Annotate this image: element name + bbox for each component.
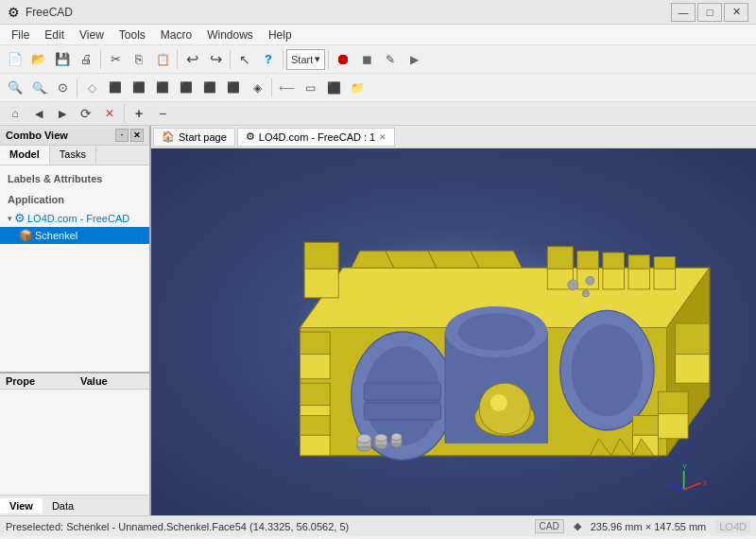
box-selection-button[interactable]: ▭ — [299, 77, 321, 99]
nav-back-button[interactable]: ◀ — [27, 102, 50, 125]
save-button[interactable] — [51, 48, 74, 71]
status-bar: Preselected: Schenkel - Unnamed.Schenkel… — [0, 515, 756, 536]
svg-point-20 — [568, 280, 578, 290]
freecad-view-label: LO4D.com - FreeCAD : 1 — [259, 131, 375, 143]
menu-view[interactable]: View — [72, 26, 112, 43]
svg-rect-26 — [659, 391, 689, 413]
tab-model[interactable]: Model — [0, 146, 50, 165]
paste-button[interactable] — [151, 48, 174, 71]
title-bar-controls: — □ ✕ — [671, 3, 748, 22]
svg-rect-51 — [304, 242, 338, 269]
sidebar-close-button[interactable]: ✕ — [130, 129, 144, 142]
tab-start-page[interactable]: 🏠 Start page — [153, 128, 235, 147]
pointer-button[interactable]: ↖ — [233, 48, 256, 71]
labels-attributes-label: Labels & Attributes — [0, 169, 149, 188]
tree-item-schenkel[interactable]: 📦 Schenkel — [0, 227, 149, 244]
zoom-in-button[interactable]: 🔍 — [4, 77, 26, 99]
play-macro-button[interactable]: ▶ — [403, 48, 425, 71]
undo-button[interactable]: ↩ — [180, 48, 203, 71]
tab-tasks[interactable]: Tasks — [50, 146, 96, 165]
fit-all-button[interactable]: ⊙ — [51, 77, 74, 99]
svg-rect-31 — [301, 332, 331, 354]
separator-8 — [124, 104, 125, 123]
part-box-button[interactable]: ⬛ — [322, 77, 345, 99]
svg-text:Z: Z — [660, 479, 664, 488]
view-front-button[interactable]: ⬛ — [104, 77, 127, 99]
view-back-button[interactable]: ⬛ — [128, 77, 150, 99]
status-right: CAD ◆ 235.96 mm × 147.55 mm LO4D — [535, 519, 750, 533]
print-button[interactable] — [75, 48, 97, 71]
menu-help[interactable]: Help — [261, 26, 300, 43]
view-top-button[interactable]: ⬛ — [198, 77, 221, 99]
open-button[interactable] — [27, 48, 50, 71]
close-button[interactable]: ✕ — [724, 3, 748, 22]
view-bottom-button[interactable]: ⬛ — [222, 77, 245, 99]
app-icon: ⚙ — [8, 5, 20, 20]
separator-6 — [77, 78, 77, 97]
nav-home-button[interactable]: ⌂ — [4, 102, 26, 125]
menu-windows[interactable]: Windows — [199, 26, 261, 43]
tab-view[interactable]: View — [0, 498, 43, 513]
tab-freecad-view[interactable]: ⚙ LO4D.com - FreeCAD : 1 ✕ — [237, 128, 395, 147]
separator-1 — [100, 50, 101, 69]
sidebar: Combo View · ✕ Model Tasks Labels & Attr… — [0, 126, 151, 515]
maximize-button[interactable]: □ — [697, 3, 722, 22]
view-home-button[interactable]: ◇ — [80, 77, 103, 99]
menu-file[interactable]: File — [4, 26, 37, 43]
svg-rect-28 — [632, 415, 658, 435]
nav-plus-button[interactable]: + — [128, 102, 150, 125]
svg-rect-11 — [547, 247, 573, 269]
new-button[interactable] — [4, 48, 26, 71]
toolbar-row3: ⌂ ◀ ▶ ⟳ ✕ + − — [0, 102, 756, 125]
nav-stop-button[interactable]: ✕ — [98, 102, 121, 125]
copy-button[interactable] — [128, 48, 150, 71]
open-part-button[interactable]: 📁 — [346, 77, 369, 99]
tab-close-icon[interactable]: ✕ — [379, 132, 387, 142]
svg-rect-49 — [364, 403, 440, 420]
nav-minus-button[interactable]: − — [151, 102, 174, 125]
redo-button[interactable]: ↪ — [204, 48, 227, 71]
toolbar-container: ↩ ↪ ↖ Start ▾ ⏺ ◼ ✎ ▶ 🔍 🔍− ⊙ ◇ ⬛ ⬛ ⬛ ⬛ ⬛… — [0, 45, 756, 126]
svg-rect-13 — [577, 251, 599, 269]
measure-button[interactable]: ⟵ — [275, 77, 298, 99]
properties-panel: Prope Value — [0, 372, 149, 495]
toolbar-row2: 🔍 🔍− ⊙ ◇ ⬛ ⬛ ⬛ ⬛ ⬛ ⬛ ◈ ⟵ ▭ ⬛ 📁 — [0, 74, 756, 102]
3d-viewport[interactable]: X Y Z — [151, 148, 756, 515]
zoom-out-button[interactable]: 🔍− — [27, 77, 50, 99]
svg-point-47 — [490, 394, 507, 411]
view-iso-button[interactable]: ◈ — [246, 77, 268, 99]
menu-tools[interactable]: Tools — [112, 26, 153, 43]
svg-point-9 — [572, 324, 644, 416]
dimensions-text: ◆ — [574, 520, 581, 532]
record-button[interactable]: ⏺ — [332, 48, 354, 71]
workbench-dropdown[interactable]: Start ▾ — [286, 49, 325, 70]
prop-col-value: Value — [75, 374, 149, 389]
start-page-icon: 🏠 — [162, 130, 175, 143]
sidebar-pin-button[interactable]: · — [115, 129, 129, 142]
schenkel-label: Schenkel — [35, 230, 77, 241]
tree-item-freecad[interactable]: ▾ ⚙ LO4D.com - FreeCAD — [0, 209, 149, 227]
edit-macro-button[interactable]: ✎ — [379, 48, 402, 71]
minimize-button[interactable]: — — [671, 3, 696, 22]
tab-data[interactable]: Data — [43, 498, 83, 513]
sidebar-tabs: Model Tasks — [0, 146, 149, 165]
toolbar-row1: ↩ ↪ ↖ Start ▾ ⏺ ◼ ✎ ▶ — [0, 45, 756, 74]
stop-button[interactable]: ◼ — [355, 48, 378, 71]
watermark: LO4D — [715, 520, 750, 533]
separator-7 — [271, 78, 272, 97]
view-left-button[interactable]: ⬛ — [175, 77, 198, 99]
svg-rect-23 — [676, 354, 710, 384]
nav-refresh-button[interactable]: ⟳ — [75, 102, 97, 125]
menu-macro[interactable]: Macro — [153, 26, 199, 43]
svg-rect-17 — [628, 255, 650, 269]
menu-edit[interactable]: Edit — [37, 26, 72, 43]
svg-rect-25 — [659, 413, 689, 439]
help-button[interactable] — [257, 48, 280, 71]
svg-line-58 — [668, 485, 683, 490]
title-bar-left: ⚙ FreeCAD — [8, 5, 73, 20]
view-right-button[interactable]: ⬛ — [151, 77, 174, 99]
expand-arrow-icon: ▾ — [8, 214, 12, 223]
svg-line-56 — [684, 483, 701, 490]
cut-button[interactable] — [104, 48, 127, 71]
nav-forward-button[interactable]: ▶ — [51, 102, 74, 125]
